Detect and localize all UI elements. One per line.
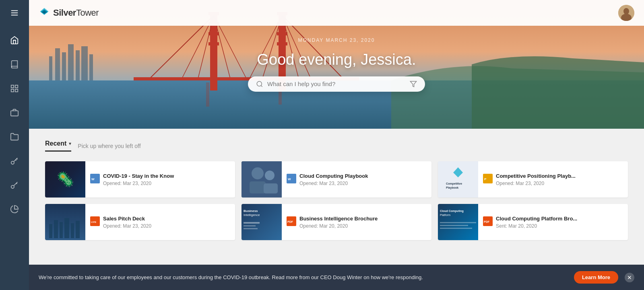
svg-text:Cloud Computing: Cloud Computing (440, 210, 464, 213)
pie-chart-icon (10, 205, 19, 214)
hero-date: MONDAY MARCH 23, 2020 (298, 37, 375, 43)
svg-point-55 (265, 171, 275, 180)
doc-info-1: W COVID-19 - Stay in the Know Opened: Ma… (90, 170, 235, 189)
book-icon (10, 60, 19, 69)
sidebar-item-home[interactable] (0, 29, 29, 51)
hamburger-icon (10, 8, 19, 17)
search-icon (256, 80, 263, 88)
bi-thumbnail: Business Intelligence (242, 204, 282, 240)
pdf-icon-2: PDF (483, 216, 493, 226)
section-subtitle: Pick up where you left off (78, 143, 140, 149)
sidebar-item-grid[interactable] (0, 77, 29, 100)
doc-title-3: Competitive Positioning Playb... (496, 173, 576, 179)
svg-rect-56 (264, 183, 278, 193)
notification-bar: We're committed to taking care of our em… (29, 265, 644, 290)
doc-meta-3: Opened: Mar 23, 2020 (496, 181, 576, 186)
svg-point-48 (257, 81, 262, 86)
svg-rect-5 (11, 89, 14, 92)
svg-rect-7 (11, 111, 18, 116)
grid-icon (10, 84, 19, 93)
key2-icon (10, 181, 19, 189)
logo: SilverTower (39, 7, 99, 19)
doc-thumbnail-4 (45, 204, 85, 240)
doc-meta-1: Opened: Mar 23, 2020 (103, 181, 174, 186)
section-header: Recent ▾ Pick up where you left off (45, 140, 628, 152)
notification-text: We're committed to taking care of our em… (39, 274, 568, 280)
sidebar-item-briefcase[interactable] (0, 101, 29, 124)
svg-text:PDF: PDF (484, 220, 490, 223)
city-thumbnail (45, 204, 85, 240)
top-nav: SilverTower (29, 0, 644, 26)
search-input[interactable] (267, 80, 406, 87)
menu-button[interactable] (0, 0, 29, 26)
logo-icon (39, 7, 50, 19)
doc-card-3[interactable]: Competitive Playbook P Competitive Posit… (438, 161, 628, 197)
sidebar-item-book[interactable] (0, 53, 29, 76)
svg-text:W: W (288, 177, 291, 181)
sidebar-item-key[interactable] (0, 150, 29, 172)
learn-more-button[interactable]: Learn More (574, 271, 618, 284)
doc-title-4: Sales Pitch Deck (103, 216, 151, 222)
avatar-image (618, 5, 634, 21)
section-title: Recent (45, 140, 66, 147)
doc-card-1[interactable]: W COVID-19 - Stay in the Know Opened: Ma… (45, 161, 235, 197)
doc-thumbnail-5: Business Intelligence (242, 204, 282, 240)
close-notification-button[interactable]: ✕ (625, 273, 634, 282)
svg-text:W: W (91, 177, 95, 181)
svg-rect-59 (438, 161, 478, 197)
sidebar (0, 0, 29, 290)
hero-greeting: Good evening, Jessica. (257, 51, 416, 68)
svg-text:Competitive: Competitive (446, 182, 462, 185)
section-title-area: Recent ▾ (45, 140, 71, 152)
doc-title-6: Cloud Computing Platform Bro... (496, 216, 577, 222)
doc-thumbnail-6: Cloud Computing Platform (438, 204, 478, 240)
svg-rect-77 (244, 222, 260, 224)
doc-card-5[interactable]: Business Intelligence PDF B (242, 204, 431, 240)
doc-title-2: Cloud Computing Playbook (299, 173, 368, 179)
sidebar-item-folder[interactable] (0, 125, 29, 148)
hero-search-bar (248, 76, 425, 92)
home-icon (10, 36, 19, 45)
svg-text:P: P (484, 177, 487, 181)
svg-text:Platform: Platform (440, 214, 450, 216)
doc-info-5: PDF Business Intelligence Brochure Opene… (287, 212, 431, 232)
svg-point-53 (252, 167, 264, 179)
svg-rect-78 (244, 225, 256, 226)
user-avatar[interactable] (618, 5, 634, 21)
cloudplatform-thumbnail: Cloud Computing Platform (438, 204, 478, 240)
doc-card-4[interactable]: LIVE Sales Pitch Deck Opened: Mar 23, 20… (45, 204, 235, 240)
doc-meta-2: Opened: Mar 23, 2020 (299, 181, 368, 186)
livedoc-icon: LIVE (90, 216, 100, 226)
svg-rect-71 (76, 221, 80, 238)
sidebar-item-chart[interactable] (0, 198, 29, 220)
pdf-icon-1: PDF (287, 216, 296, 226)
svg-rect-54 (250, 181, 266, 193)
svg-point-8 (11, 161, 14, 164)
svg-rect-6 (15, 89, 18, 92)
doc-meta-5: Opened: Mar 20, 2020 (299, 223, 378, 229)
svg-rect-4 (15, 85, 18, 88)
sidebar-item-key2[interactable] (0, 174, 29, 196)
svg-text:Intelligence: Intelligence (244, 213, 260, 217)
svg-rect-79 (244, 228, 258, 229)
doc-info-4: LIVE Sales Pitch Deck Opened: Mar 23, 20… (90, 212, 235, 232)
doc-info-6: PDF Cloud Computing Platform Bro... Sent… (483, 212, 628, 232)
briefcase-icon (10, 108, 19, 117)
silvertower-thumbnail: Competitive Playbook (438, 161, 478, 197)
logo-text: SilverTower (53, 8, 99, 18)
filter-icon[interactable] (410, 80, 417, 88)
doc-info-2: W Cloud Computing Playbook Opened: Mar 2… (287, 170, 431, 189)
docx-icon-2: W (287, 174, 296, 183)
svg-rect-66 (49, 224, 52, 238)
svg-rect-86 (440, 225, 468, 226)
svg-point-9 (11, 185, 14, 188)
doc-card-6[interactable]: Cloud Computing Platform PDF (438, 204, 628, 240)
svg-text:LIVE: LIVE (91, 221, 96, 223)
svg-rect-3 (11, 85, 14, 88)
doc-card-2[interactable]: W Cloud Computing Playbook Opened: Mar 2… (242, 161, 431, 197)
doc-meta-4: Opened: Mar 23, 2020 (103, 223, 151, 229)
doc-info-3: P Competitive Positioning Playb... Opene… (483, 170, 628, 189)
section-chevron-icon[interactable]: ▾ (69, 141, 71, 146)
folder-icon (10, 132, 19, 141)
people-thumbnail (242, 161, 282, 197)
